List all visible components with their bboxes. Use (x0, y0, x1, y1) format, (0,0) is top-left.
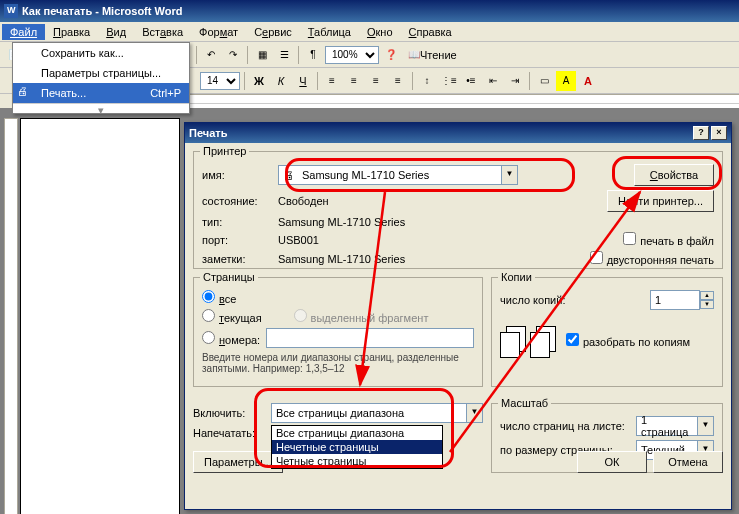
pages-all-radio[interactable]: все (202, 290, 236, 305)
border-icon[interactable]: ▭ (534, 71, 554, 91)
menu-view[interactable]: Вид (98, 24, 134, 40)
port-label: порт: (202, 234, 272, 246)
per-sheet-select[interactable]: 1 страница ▼ (636, 416, 714, 436)
properties-button[interactable]: Свойства (634, 164, 714, 186)
pages-legend: Страницы (200, 271, 258, 283)
port-value: USB001 (278, 234, 319, 246)
pages-current-radio[interactable]: текущая (202, 309, 262, 324)
menu-expand-icon[interactable]: ▾ (13, 103, 189, 113)
print-shortcut: Ctrl+P (150, 87, 181, 99)
pages-selection-radio: выделенный фрагмент (294, 309, 429, 324)
bold-icon[interactable]: Ж (249, 71, 269, 91)
menu-page-setup[interactable]: Параметры страницы... (13, 63, 189, 83)
parameters-button[interactable]: Параметры... (193, 451, 283, 473)
dialog-help-icon[interactable]: ? (693, 126, 709, 140)
menu-help[interactable]: Справка (401, 24, 460, 40)
include-options-list[interactable]: Все страницы диапазона Нечетные страницы… (271, 425, 443, 469)
printer-small-icon: 🖨 (279, 169, 298, 181)
status-value: Свободен (278, 195, 329, 207)
menu-file[interactable]: Файл (2, 24, 45, 40)
print-what-label: Напечатать: (193, 427, 265, 439)
spin-down-icon[interactable]: ▼ (700, 300, 714, 309)
ok-button[interactable]: ОК (577, 451, 647, 473)
underline-icon[interactable]: Ч (293, 71, 313, 91)
dialog-titlebar: Печать ? × (185, 123, 731, 143)
line-spacing-icon[interactable]: ↕ (417, 71, 437, 91)
pages-numbers-radio[interactable]: номера: (202, 331, 260, 346)
copies-legend: Копии (498, 271, 535, 283)
columns-icon[interactable]: ☰ (274, 45, 294, 65)
collate-preview-icon (500, 320, 560, 360)
printer-name-label: имя: (202, 169, 272, 181)
pages-group: Страницы все текущая выделенный фрагмент… (193, 277, 483, 387)
italic-icon[interactable]: К (271, 71, 291, 91)
spin-up-icon[interactable]: ▲ (700, 291, 714, 300)
copies-count-spinner[interactable]: ▲▼ (650, 290, 714, 310)
ruler-vertical[interactable] (4, 118, 18, 514)
type-label: тип: (202, 216, 272, 228)
app-titlebar: Как печатать - Microsoft Word (0, 0, 739, 22)
fontsize-select[interactable]: 14 (200, 72, 240, 90)
highlight-icon[interactable]: A (556, 71, 576, 91)
zoom-select[interactable]: 100% (325, 46, 379, 64)
include-select[interactable]: Все страницы диапазона ▼ (271, 403, 483, 423)
page[interactable] (20, 118, 180, 514)
read-button[interactable]: 📖 Чтение (403, 45, 462, 65)
notes-value: Samsung ML-1710 Series (278, 253, 405, 265)
fontcolor-icon[interactable]: A (578, 71, 598, 91)
pages-numbers-input[interactable] (266, 328, 474, 348)
bullets-icon[interactable]: •≡ (461, 71, 481, 91)
table-icon[interactable]: ▦ (252, 45, 272, 65)
printer-group: Принтер имя: 🖨 Samsung ML-1710 Series ▼ … (193, 151, 723, 269)
dialog-title: Печать (189, 127, 227, 139)
printer-icon: 🖨 (17, 85, 33, 101)
type-value: Samsung ML-1710 Series (278, 216, 405, 228)
print-to-file-checkbox[interactable]: печать в файл (623, 232, 714, 247)
menu-insert[interactable]: Вставка (134, 24, 191, 40)
printer-name-select[interactable]: 🖨 Samsung ML-1710 Series ▼ (278, 165, 518, 185)
menu-window[interactable]: Окно (359, 24, 401, 40)
per-sheet-label: число страниц на листе: (500, 420, 630, 432)
chevron-down-icon: ▼ (501, 166, 517, 184)
menu-table[interactable]: Таблица (300, 24, 359, 40)
copies-group: Копии число копий: ▲▼ разобрать по копия… (491, 277, 723, 387)
include-label: Включить: (193, 407, 265, 419)
cancel-button[interactable]: Отмена (653, 451, 723, 473)
menu-print[interactable]: 🖨 Печать... Ctrl+P (13, 83, 189, 103)
scale-legend: Масштаб (498, 397, 551, 409)
find-printer-button[interactable]: Найти принтер... (607, 190, 714, 212)
chevron-down-icon: ▼ (697, 417, 713, 435)
menubar: Файл Правка Вид Вставка Формат Сервис Та… (0, 22, 739, 42)
align-left-icon[interactable]: ≡ (322, 71, 342, 91)
collate-checkbox[interactable]: разобрать по копиям (566, 333, 690, 348)
paragraph-icon[interactable]: ¶ (303, 45, 323, 65)
word-icon (4, 4, 18, 18)
copies-count-label: число копий: (500, 294, 565, 306)
numbering-icon[interactable]: ⋮≡ (439, 71, 459, 91)
outdent-icon[interactable]: ⇤ (483, 71, 503, 91)
printer-legend: Принтер (200, 145, 249, 157)
chevron-down-icon: ▼ (466, 404, 482, 422)
include-option-odd[interactable]: Нечетные страницы (272, 440, 442, 454)
dialog-close-icon[interactable]: × (711, 126, 727, 140)
menu-tools[interactable]: Сервис (246, 24, 300, 40)
justify-icon[interactable]: ≡ (388, 71, 408, 91)
help-icon[interactable]: ❓ (381, 45, 401, 65)
include-option-all[interactable]: Все страницы диапазона (272, 426, 442, 440)
undo-icon[interactable]: ↶ (201, 45, 221, 65)
status-label: состояние: (202, 195, 272, 207)
menu-format[interactable]: Формат (191, 24, 246, 40)
redo-icon[interactable]: ↷ (223, 45, 243, 65)
duplex-checkbox[interactable]: двусторонняя печать (590, 251, 714, 266)
window-title: Как печатать - Microsoft Word (22, 5, 182, 17)
notes-label: заметки: (202, 253, 272, 265)
file-dropdown: Сохранить как... Параметры страницы... 🖨… (12, 42, 190, 114)
align-right-icon[interactable]: ≡ (366, 71, 386, 91)
align-center-icon[interactable]: ≡ (344, 71, 364, 91)
print-dialog: Печать ? × Принтер имя: 🖨 Samsung ML-171… (184, 122, 732, 510)
menu-edit[interactable]: Правка (45, 24, 98, 40)
pages-hint: Введите номера или диапазоны страниц, ра… (202, 352, 474, 374)
include-option-even[interactable]: Четные страницы (272, 454, 442, 468)
indent-icon[interactable]: ⇥ (505, 71, 525, 91)
menu-save-as[interactable]: Сохранить как... (13, 43, 189, 63)
